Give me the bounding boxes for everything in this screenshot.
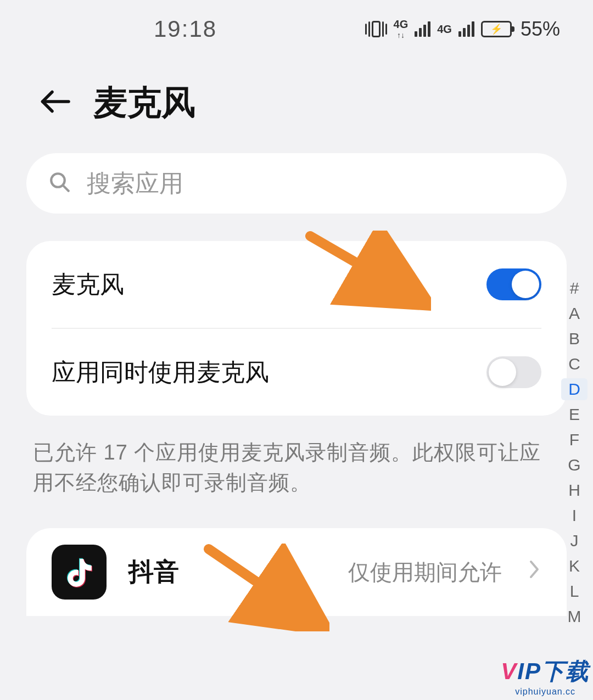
microphone-toggle-row[interactable]: 麦克风 — [52, 241, 541, 328]
index-letter-M[interactable]: M — [561, 606, 588, 628]
svg-line-2 — [63, 186, 69, 191]
index-letter-D[interactable]: D — [561, 378, 588, 400]
multi-app-mic-toggle[interactable] — [486, 356, 541, 388]
page-header: 麦克风 — [0, 58, 593, 153]
index-letter-G[interactable]: G — [561, 454, 588, 476]
index-letter-#[interactable]: # — [561, 277, 588, 299]
permission-description: 已允许 17 个应用使用麦克风录制音频。此权限可让应用不经您确认即可录制音频。 — [33, 438, 560, 498]
index-letter-B[interactable]: B — [561, 328, 588, 350]
signal-1-label: 4G — [394, 19, 409, 30]
status-bar: 19:18 4G ↑↓ 4G ⚡ 55% — [0, 0, 593, 58]
index-letter-C[interactable]: C — [561, 353, 588, 375]
index-letter-I[interactable]: I — [561, 505, 588, 527]
app-permission-status: 仅使用期间允许 — [348, 557, 502, 587]
watermark-subtitle: viphuiyuan.cc — [501, 687, 590, 697]
battery-icon: ⚡ — [481, 21, 512, 37]
multi-app-mic-toggle-label: 应用同时使用麦克风 — [52, 356, 486, 389]
index-letter-K[interactable]: K — [561, 555, 588, 577]
app-row-douyin[interactable]: 抖音 仅使用期间允许 — [52, 528, 541, 616]
index-letter-A[interactable]: A — [561, 303, 588, 324]
chevron-right-icon — [527, 558, 541, 586]
index-letter-H[interactable]: H — [561, 479, 588, 501]
microphone-toggle[interactable] — [486, 268, 541, 300]
app-list-card: 抖音 仅使用期间允许 — [26, 528, 567, 616]
search-icon — [48, 171, 71, 196]
back-arrow-icon[interactable] — [38, 85, 71, 120]
watermark: VIP下载 viphuiyuan.cc — [501, 656, 590, 697]
signal-2-bars-icon — [458, 21, 474, 37]
search-placeholder: 搜索应用 — [87, 167, 183, 200]
microphone-toggle-label: 麦克风 — [52, 268, 486, 301]
status-time: 19:18 — [154, 16, 217, 42]
status-icons: 4G ↑↓ 4G ⚡ 55% — [365, 18, 560, 41]
vibrate-icon — [365, 21, 387, 37]
alphabet-index-scroller[interactable]: #ABCDEFGHIJKLM — [561, 277, 588, 628]
index-letter-L[interactable]: L — [561, 580, 588, 602]
index-letter-F[interactable]: F — [561, 429, 588, 451]
index-letter-E[interactable]: E — [561, 404, 588, 425]
app-name: 抖音 — [128, 555, 326, 589]
signal-1-bars-icon — [415, 21, 430, 37]
search-input[interactable]: 搜索应用 — [26, 153, 567, 214]
battery-percent: 55% — [521, 18, 560, 41]
index-letter-J[interactable]: J — [561, 530, 588, 552]
page-title: 麦克风 — [93, 80, 195, 126]
microphone-settings-card: 麦克风 应用同时使用麦克风 — [26, 241, 567, 416]
douyin-app-icon — [52, 545, 107, 600]
signal-2-label: 4G — [437, 24, 452, 35]
multi-app-mic-toggle-row[interactable]: 应用同时使用麦克风 — [52, 329, 541, 416]
